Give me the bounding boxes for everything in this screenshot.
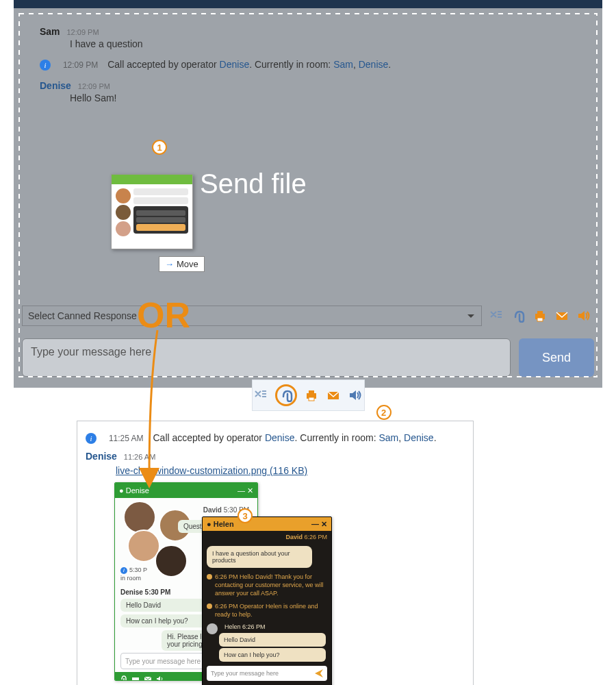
timestamp: 11:25 AM [109, 434, 144, 443]
file-attachment-link[interactable]: live-chat-window-customization.png (116 … [116, 465, 307, 476]
email-icon[interactable] [326, 388, 341, 403]
svg-rect-2 [537, 311, 543, 314]
info-icon: i [40, 60, 51, 71]
sound-icon[interactable] [348, 388, 363, 403]
quick-response-icon[interactable] [253, 388, 268, 403]
avatar [207, 623, 218, 634]
callout-badge-1: 1 [152, 140, 167, 155]
quick-response-icon[interactable] [489, 308, 504, 323]
message-body: Hello Sam! [70, 92, 587, 103]
message-input[interactable]: Type your message here [22, 338, 511, 377]
operator-link[interactable]: Denise [265, 432, 295, 443]
chat-toolbar [489, 308, 594, 323]
result-panel: i 11:25 AM Call accepted by operator Den… [77, 421, 474, 685]
drag-cursor-label: →Move [159, 256, 205, 272]
info-icon: i [86, 433, 97, 444]
participant-link[interactable]: Denise [359, 59, 389, 70]
print-icon[interactable] [532, 308, 548, 323]
send-file-label: Send file [200, 169, 307, 199]
svg-rect-9 [132, 677, 139, 681]
mini-input[interactable]: Type your message here [207, 666, 327, 681]
avatar [155, 545, 188, 577]
timestamp: 12:09 PM [78, 82, 110, 90]
print-icon[interactable] [304, 388, 319, 403]
email-icon [144, 675, 152, 681]
or-label: OR [137, 295, 190, 336]
send-icon [315, 669, 323, 677]
timestamp: 12:09 PM [63, 60, 98, 70]
svg-rect-10 [133, 680, 138, 681]
attach-file-icon[interactable] [511, 308, 526, 323]
avatar [123, 501, 156, 534]
svg-rect-3 [537, 318, 543, 321]
preview-dark-chat: ● Helen— ✕ David 6:26 PM I have a questi… [202, 516, 332, 685]
send-button[interactable]: Send [519, 338, 594, 377]
sender-name: Denise [86, 451, 117, 462]
svg-rect-7 [309, 397, 314, 401]
window-controls: — ✕ [238, 486, 253, 495]
operator-link[interactable]: Denise [220, 59, 250, 70]
message-body: I have a question [70, 38, 587, 49]
attach-file-icon[interactable] [279, 388, 294, 403]
arrow-right-icon: → [165, 259, 174, 269]
email-icon[interactable] [554, 308, 569, 323]
participant-link[interactable]: Sam [333, 59, 353, 70]
system-message: i 12:09 PM Call accepted by operator Den… [40, 59, 587, 71]
timestamp: 11:26 AM [124, 453, 155, 461]
sender-name: Sam [40, 26, 60, 37]
timestamp: 12:09 PM [66, 28, 99, 36]
sound-icon [156, 675, 164, 681]
chat-window: Sam 12:09 PM I have a question i 12:09 P… [14, 8, 602, 388]
callout-badge-2: 2 [376, 405, 392, 420]
chat-transcript: Sam 12:09 PM I have a question i 12:09 P… [22, 16, 594, 304]
svg-rect-6 [309, 390, 314, 393]
sound-icon[interactable] [576, 308, 591, 323]
dragged-file-thumbnail[interactable] [111, 174, 193, 249]
attach-file-highlight [275, 384, 297, 406]
attach-file-icon [119, 675, 127, 681]
sender-name: Denise [40, 80, 71, 91]
print-icon [131, 675, 140, 681]
canned-response-select[interactable]: Select Canned Response [22, 306, 482, 326]
toolbar-zoom: 2 [252, 379, 365, 411]
